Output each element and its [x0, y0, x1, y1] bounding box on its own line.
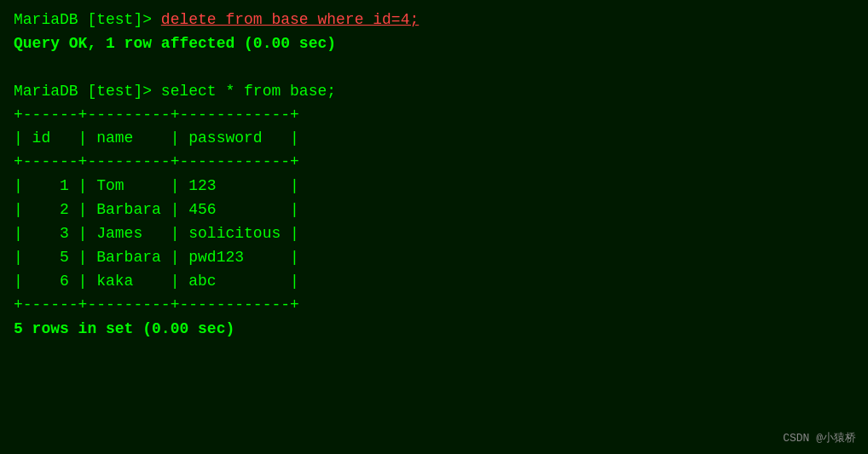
table-row-4: | 5 | Barbara | pwd123 | [14, 246, 854, 270]
table-header: | id | name | password | [14, 127, 854, 151]
table-row-5: | 6 | kaka | abc | [14, 270, 854, 294]
terminal: MariaDB [test]> delete from base where i… [0, 0, 868, 454]
table-border-mid: +------+---------+------------+ [14, 151, 854, 175]
line-4: MariaDB [test]> select * from base; [14, 80, 854, 104]
line-2: Query OK, 1 row affected (0.00 sec) [14, 32, 854, 56]
line-1: MariaDB [test]> delete from base where i… [14, 9, 854, 32]
table-row-1: | 1 | Tom | 123 | [14, 175, 854, 198]
watermark: CSDN @小猿桥 [783, 430, 856, 445]
table-row-3: | 3 | James | solicitous | [14, 222, 854, 246]
prompt-1: MariaDB [test]> [14, 11, 161, 28]
sql-delete: delete from base where id=4; [161, 11, 419, 28]
table-row-2: | 2 | Barbara | 456 | [14, 198, 854, 222]
result-line: 5 rows in set (0.00 sec) [14, 318, 854, 342]
empty-line [14, 56, 854, 80]
table-border-bottom: +------+---------+------------+ [14, 294, 854, 318]
prompt-2: MariaDB [test]> [14, 83, 161, 100]
sql-select: select * from base; [161, 83, 336, 100]
table-border-top: +------+---------+------------+ [14, 104, 854, 128]
